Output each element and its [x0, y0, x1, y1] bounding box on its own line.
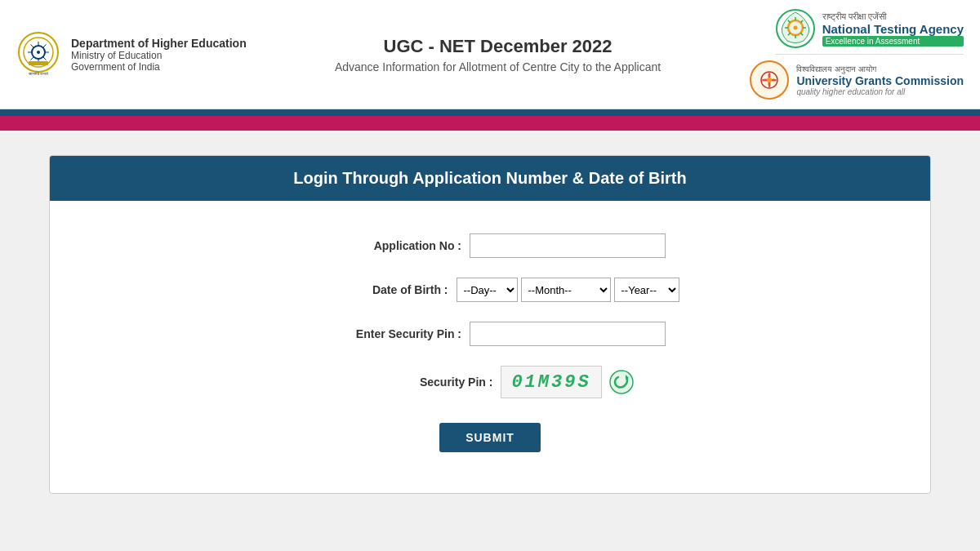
- svg-point-28: [610, 371, 633, 393]
- svg-point-3: [37, 51, 40, 54]
- security-pin-input[interactable]: [470, 322, 666, 346]
- app-no-group: Application No :: [66, 233, 914, 258]
- ugc-logo: विश्वविद्यालय अनुदान आयोग University Gra…: [749, 60, 964, 100]
- ugc-emblem-icon: [749, 60, 790, 100]
- ugc-hindi-text: विश्वविद्यालय अनुदान आयोग: [796, 64, 964, 74]
- captcha-text: 01M39S: [511, 372, 590, 393]
- svg-point-16: [793, 26, 797, 30]
- nta-logo: राष्ट्रीय परीक्षा एजेंसी National Testin…: [775, 8, 964, 55]
- app-no-label: Application No :: [314, 239, 461, 252]
- nta-name-text: National Testing Agency: [822, 22, 964, 36]
- logos-section: राष्ट्रीय परीक्षा एजेंसी National Testin…: [749, 8, 964, 100]
- ugc-tagline-text: quality higher education for all: [796, 87, 964, 96]
- page-header: सत्यमेव जयते Department of Higher Educat…: [0, 0, 980, 109]
- nta-tagline-text: Excellence in Assessment: [822, 36, 964, 47]
- captcha-box: 01M39S: [501, 366, 601, 398]
- submit-button[interactable]: SUBMIT: [439, 423, 541, 452]
- ministry-text: Ministry of Education: [71, 50, 247, 61]
- login-card-title: Login Through Application Number & Date …: [293, 169, 686, 187]
- svg-rect-12: [29, 61, 48, 65]
- govt-text: Government of India: [71, 61, 247, 73]
- dob-day-select[interactable]: --Day-- 12345 678910 1112131415 16171819…: [457, 278, 518, 302]
- exam-subtitle-text: Advance Information for Allotment of Cen…: [247, 60, 750, 73]
- blue-bar: [0, 109, 980, 116]
- dept-section: सत्यमेव जयते Department of Higher Educat…: [16, 30, 247, 79]
- svg-point-27: [767, 78, 772, 82]
- login-card-body: Application No : Date of Birth : --Day--…: [50, 201, 930, 493]
- exam-info: UGC - NET December 2022 Advance Informat…: [247, 36, 750, 73]
- submit-group: SUBMIT: [66, 423, 914, 452]
- security-pin-input-group: Enter Security Pin :: [66, 322, 914, 346]
- captcha-display: 01M39S: [501, 366, 634, 398]
- login-card-header: Login Through Application Number & Date …: [50, 156, 930, 201]
- captcha-group: Security Pin : 01M39S: [66, 366, 914, 398]
- india-emblem: सत्यमेव जयते: [16, 30, 61, 79]
- ugc-text-block: विश्वविद्यालय अनुदान आयोग University Gra…: [796, 64, 964, 96]
- dob-month-select[interactable]: --Month-- JanuaryFebruaryMarchApril MayJ…: [521, 278, 611, 302]
- app-no-input[interactable]: [470, 233, 666, 258]
- ugc-name-text: University Grants Commission: [796, 74, 964, 87]
- refresh-captcha-icon[interactable]: [608, 369, 635, 395]
- main-content: Login Through Application Number & Date …: [0, 131, 980, 518]
- svg-text:सत्यमेव जयते: सत्यमेव जयते: [28, 71, 48, 76]
- dob-label: Date of Birth :: [301, 283, 448, 296]
- dob-selects: --Day-- 12345 678910 1112131415 16171819…: [457, 278, 679, 302]
- nta-emblem-icon: [775, 8, 816, 49]
- pink-bar: [0, 116, 980, 131]
- nta-text-block: राष्ट्रीय परीक्षा एजेंसी National Testin…: [822, 11, 964, 47]
- dob-group: Date of Birth : --Day-- 12345 678910 111…: [66, 278, 914, 302]
- exam-title-text: UGC - NET December 2022: [247, 36, 750, 57]
- security-pin-label: Enter Security Pin :: [314, 327, 461, 340]
- dept-name-text: Department of Higher Education: [71, 37, 247, 50]
- dob-year-select[interactable]: --Year-- 1950196019701975 19801985199019…: [614, 278, 679, 302]
- dept-info: Department of Higher Education Ministry …: [71, 37, 247, 73]
- nta-hindi-text: राष्ट्रीय परीक्षा एजेंसी: [822, 11, 964, 22]
- captcha-label: Security Pin :: [345, 375, 492, 389]
- login-card: Login Through Application Number & Date …: [49, 155, 931, 494]
